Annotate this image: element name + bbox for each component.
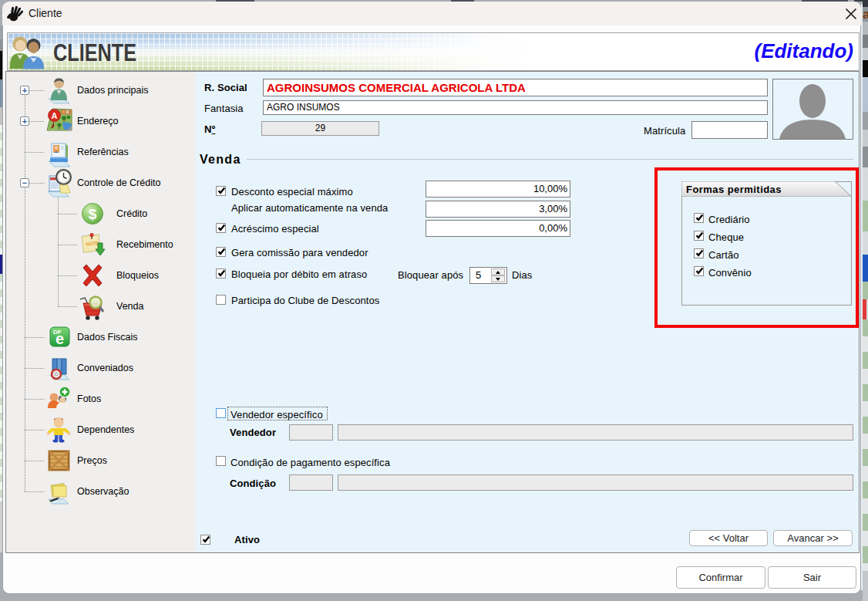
svg-text:A: A bbox=[52, 111, 58, 120]
svg-text:e: e bbox=[56, 330, 64, 347]
svg-text:$: $ bbox=[89, 206, 97, 222]
